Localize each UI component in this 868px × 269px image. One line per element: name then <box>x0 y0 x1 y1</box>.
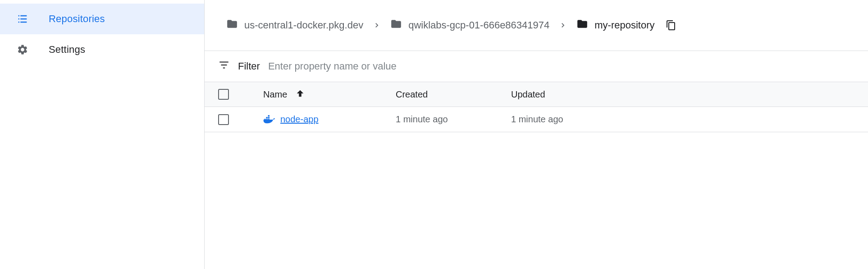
filter-icon <box>218 59 230 74</box>
breadcrumb-item-project[interactable]: qwiklabs-gcp-01-666e86341974 <box>390 18 549 32</box>
breadcrumb-item-registry[interactable]: us-central1-docker.pkg.dev <box>226 18 363 32</box>
cell-created: 1 minute ago <box>396 114 511 125</box>
list-icon <box>16 13 29 25</box>
breadcrumb-item-repository[interactable]: my-repository <box>576 18 654 32</box>
chevron-right-icon <box>372 21 381 30</box>
svg-rect-4 <box>268 117 270 118</box>
folder-icon <box>576 18 588 32</box>
sidebar-item-label: Settings <box>49 44 85 56</box>
folder-icon <box>390 18 402 32</box>
image-link[interactable]: node-app <box>280 114 319 125</box>
column-header-created[interactable]: Created <box>396 89 511 100</box>
sidebar-item-label: Repositories <box>49 13 105 25</box>
chevron-right-icon <box>558 21 567 30</box>
main-content: us-central1-docker.pkg.dev qwiklabs-gcp-… <box>205 0 868 269</box>
sidebar: Repositories Settings <box>0 0 205 269</box>
filter-label: Filter <box>238 60 260 72</box>
cell-updated: 1 minute ago <box>511 114 868 125</box>
breadcrumb-label: my-repository <box>594 19 654 31</box>
table: Name Created Updated <box>205 82 868 132</box>
svg-rect-5 <box>268 115 270 116</box>
gear-icon <box>16 43 29 56</box>
row-checkbox[interactable] <box>218 114 229 125</box>
filter-input[interactable] <box>268 60 854 72</box>
column-header-updated[interactable]: Updated <box>511 89 868 100</box>
folder-icon <box>226 18 238 32</box>
sort-ascending-icon <box>295 88 305 101</box>
breadcrumb-label: us-central1-docker.pkg.dev <box>244 19 363 31</box>
breadcrumb-label: qwiklabs-gcp-01-666e86341974 <box>408 19 549 31</box>
copy-icon[interactable] <box>666 20 676 31</box>
filter-bar: Filter <box>205 51 868 82</box>
docker-icon <box>263 115 276 124</box>
svg-rect-3 <box>266 117 268 118</box>
sidebar-item-repositories[interactable]: Repositories <box>0 4 204 34</box>
table-row: node-app 1 minute ago 1 minute ago <box>205 107 868 132</box>
select-all-checkbox[interactable] <box>218 89 229 100</box>
breadcrumb: us-central1-docker.pkg.dev qwiklabs-gcp-… <box>205 0 868 51</box>
sidebar-item-settings[interactable]: Settings <box>0 34 204 65</box>
column-header-name[interactable]: Name <box>263 88 396 101</box>
table-header: Name Created Updated <box>205 82 868 107</box>
